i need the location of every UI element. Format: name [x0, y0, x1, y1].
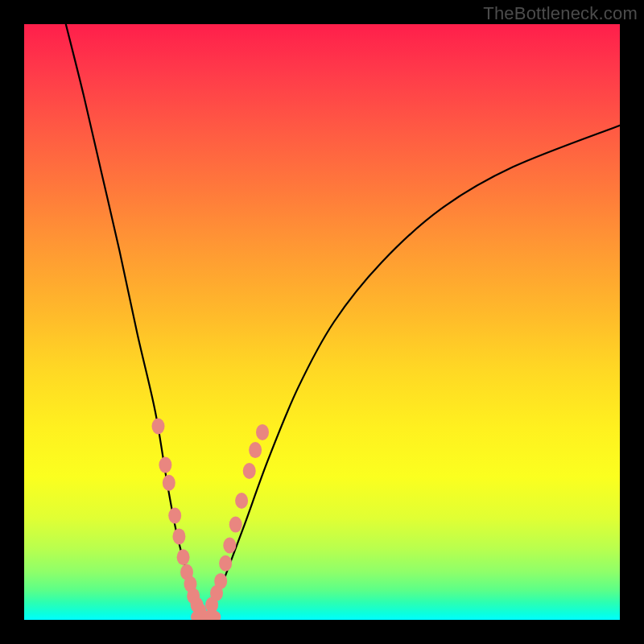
curve-layer — [24, 24, 620, 620]
data-dot — [159, 457, 171, 473]
data-dot — [243, 463, 256, 479]
data-dot — [177, 549, 190, 565]
chart-frame: TheBottleneck.com — [0, 0, 644, 644]
data-dot — [223, 538, 236, 554]
data-dot — [249, 442, 262, 458]
data-dot — [168, 508, 181, 524]
data-dot — [214, 573, 227, 589]
data-dot — [219, 555, 232, 572]
data-dot — [172, 528, 185, 544]
data-dot — [152, 419, 165, 435]
data-dot — [235, 493, 248, 509]
data-dot — [229, 517, 242, 533]
data-dot — [163, 475, 175, 491]
watermark: TheBottleneck.com — [483, 3, 638, 24]
plot-area — [24, 24, 620, 620]
curve-right-arm — [203, 126, 620, 620]
data-dot — [256, 424, 269, 440]
